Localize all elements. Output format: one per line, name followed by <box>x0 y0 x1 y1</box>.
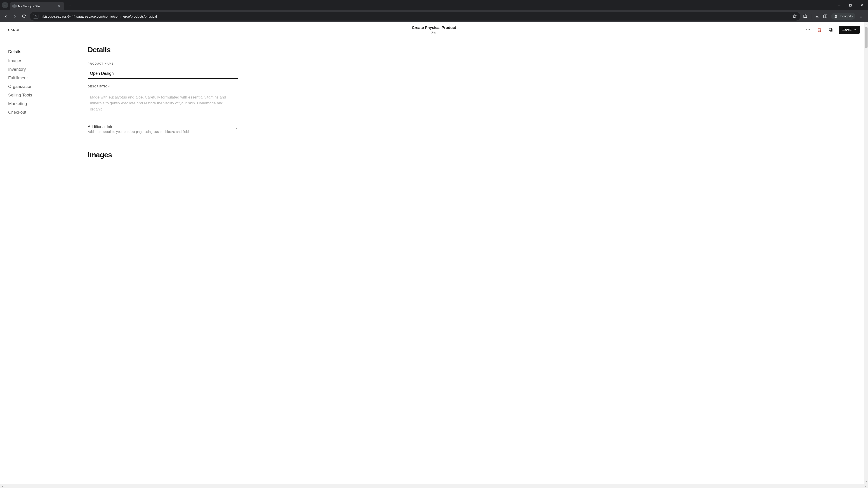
reload-button[interactable] <box>21 13 27 20</box>
additional-info-row[interactable]: Additional Info Add more detail to your … <box>88 123 238 137</box>
address-bar[interactable]: hibiscus-seabass-6444.squarespace.com/co… <box>30 12 800 21</box>
sidebar-item-organization[interactable]: Organization <box>8 82 69 91</box>
url-text: hibiscus-seabass-6444.squarespace.com/co… <box>41 14 790 18</box>
incognito-icon <box>834 14 838 18</box>
svg-rect-1 <box>849 4 851 6</box>
bookmark-star-icon[interactable] <box>793 14 797 19</box>
svg-point-7 <box>36 17 36 17</box>
svg-point-20 <box>808 29 809 30</box>
extensions-icon[interactable] <box>803 14 807 19</box>
close-window-button[interactable] <box>857 1 867 9</box>
favicon-icon <box>11 4 18 8</box>
scroll-down-arrow[interactable]: ▾ <box>866 479 867 484</box>
product-name-label: PRODUCT NAME <box>88 62 238 65</box>
sidebar-item-fulfillment[interactable]: Fulfillment <box>8 74 69 82</box>
svg-point-17 <box>861 16 862 17</box>
page-title: Create Physical Product <box>412 26 456 30</box>
sidebar: Details Images Inventory Fulfillment Org… <box>0 37 77 484</box>
svg-point-16 <box>861 15 862 15</box>
page-header: Create Physical Product Draft <box>412 26 456 34</box>
svg-point-21 <box>809 29 810 30</box>
sidebar-item-selling-tools[interactable]: Selling Tools <box>8 91 69 99</box>
app-body: Details Images Inventory Fulfillment Org… <box>0 37 868 484</box>
vertical-scroll-thumb[interactable] <box>865 27 868 48</box>
vertical-scrollbar[interactable]: ▴ ▾ <box>864 22 868 484</box>
svg-point-9 <box>805 15 806 15</box>
description-label: DESCRIPTION <box>88 85 238 88</box>
additional-info-subtitle: Add more detail to your product page usi… <box>88 130 191 133</box>
chevron-down-icon <box>854 29 856 31</box>
tab-bar: My Moodjoy Site ✕ + <box>0 0 868 10</box>
svg-point-19 <box>806 29 807 30</box>
back-button[interactable] <box>3 13 9 20</box>
app-content: CANCEL Create Physical Product Draft SAV… <box>0 22 868 484</box>
downloads-icon[interactable] <box>815 14 819 19</box>
sidebar-item-marketing[interactable]: Marketing <box>8 99 69 108</box>
forward-button[interactable] <box>12 13 18 20</box>
svg-point-18 <box>861 17 862 18</box>
browser-tab[interactable]: My Moodjoy Site ✕ <box>10 2 64 10</box>
svg-point-14 <box>836 17 837 18</box>
cancel-button[interactable]: CANCEL <box>8 28 23 32</box>
svg-point-6 <box>35 15 35 16</box>
chrome-menu-icon[interactable] <box>859 14 863 18</box>
sidebar-item-images[interactable]: Images <box>8 57 69 65</box>
delete-button[interactable] <box>816 27 823 33</box>
images-heading: Images <box>88 151 238 159</box>
chevron-down-icon <box>4 4 6 6</box>
tab-title: My Moodjoy Site <box>18 4 55 8</box>
save-button[interactable]: SAVE <box>839 26 860 34</box>
product-name-input[interactable] <box>88 69 238 78</box>
sidebar-item-inventory[interactable]: Inventory <box>8 65 69 74</box>
page-subtitle: Draft <box>412 31 456 34</box>
close-tab-icon[interactable]: ✕ <box>57 4 61 8</box>
maximize-button[interactable] <box>845 1 856 9</box>
browser-chrome: My Moodjoy Site ✕ + hibiscus-seabass-644… <box>0 0 868 22</box>
minimize-button[interactable] <box>834 1 844 9</box>
additional-info-title: Additional Info <box>88 125 191 129</box>
window-controls <box>834 1 868 9</box>
tab-search-dropdown[interactable] <box>2 2 8 8</box>
sidebar-item-details[interactable]: Details <box>8 47 21 55</box>
incognito-indicator[interactable]: Incognito <box>831 13 855 20</box>
svg-rect-23 <box>829 28 831 31</box>
sidepanel-icon[interactable] <box>823 14 828 19</box>
new-tab-button[interactable]: + <box>67 2 73 8</box>
chevron-right-icon <box>235 127 238 131</box>
sidebar-item-checkout[interactable]: Checkout <box>8 108 69 117</box>
svg-point-13 <box>835 17 836 18</box>
app-topbar: CANCEL Create Physical Product Draft SAV… <box>0 22 868 37</box>
toolbar-actions: Incognito <box>803 13 865 20</box>
top-actions: SAVE <box>805 26 860 34</box>
incognito-label: Incognito <box>840 14 852 18</box>
main-content: Details PRODUCT NAME DESCRIPTION Made wi… <box>77 37 249 484</box>
svg-rect-11 <box>824 15 827 18</box>
site-info-icon[interactable] <box>33 14 38 19</box>
more-options-button[interactable] <box>805 27 811 33</box>
save-button-label: SAVE <box>842 28 852 32</box>
address-row: hibiscus-seabass-6444.squarespace.com/co… <box>0 10 868 22</box>
duplicate-button[interactable] <box>828 27 834 33</box>
toolbar-divider <box>811 14 811 19</box>
svg-marker-8 <box>793 14 797 18</box>
svg-rect-22 <box>830 29 832 31</box>
details-heading: Details <box>88 46 238 54</box>
description-textarea[interactable]: Made with eucalyptus and aloe. Carefully… <box>88 92 238 117</box>
scroll-up-arrow[interactable]: ▴ <box>866 22 867 27</box>
